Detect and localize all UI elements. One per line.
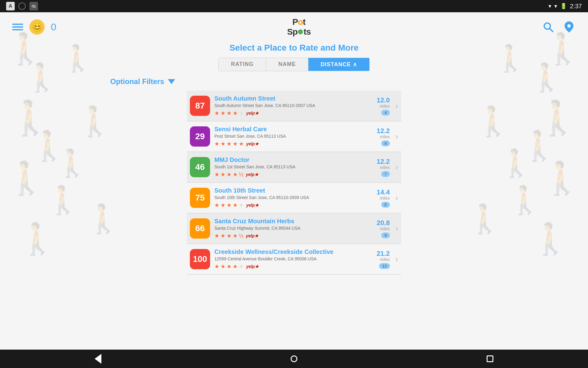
list-item[interactable]: 66 Santa Cruz Mountain Herbs Santa Cruz …	[187, 213, 401, 244]
back-button[interactable]	[90, 351, 106, 366]
yelp-logo: yelp★	[246, 233, 258, 238]
star-full: ★	[221, 263, 225, 270]
main-content: 😊 0 Pot Spts Select a Place to Rate a	[0, 12, 588, 350]
cart-count[interactable]: 0	[51, 21, 56, 33]
page-subtitle: Select a Place to Rate and More	[229, 43, 359, 53]
star-full: ★	[227, 232, 232, 239]
score-badge: 87	[190, 96, 210, 116]
star-full: ★	[221, 202, 225, 209]
tab-name[interactable]: NAME	[266, 58, 308, 71]
list-item[interactable]: 29 Sensi Herbal Care Post Street San Jos…	[187, 121, 401, 152]
battery-icon: 🔋	[560, 3, 567, 10]
yelp-logo: yelp★	[246, 264, 259, 269]
distance-value: 20.8	[377, 219, 390, 227]
list-item[interactable]: 75 South 10th Street South 10th Street S…	[187, 183, 401, 213]
star-full: ★	[221, 232, 225, 239]
recents-icon	[487, 355, 493, 362]
distance-col: 20.8 miles 9	[377, 219, 390, 238]
hamburger-menu[interactable]	[12, 24, 23, 30]
star-empty: ★	[239, 202, 244, 209]
place-info: South Autumn Street South Autumn Street …	[214, 95, 372, 117]
distance-unit: miles	[380, 104, 390, 109]
wifi-icon: ▾	[548, 3, 551, 10]
place-info: Santa Cruz Mountain Herbs Santa Cruz Hig…	[214, 218, 372, 239]
stars-row: ★★★★★ yelp★	[214, 263, 372, 270]
star-full: ★	[221, 140, 225, 147]
review-count: 13	[379, 263, 390, 269]
optional-filters-label: Optional Filters	[110, 77, 164, 86]
stars-row: ★★★★★ yelp★	[214, 140, 372, 147]
star-full: ★	[233, 263, 238, 270]
home-button[interactable]	[286, 351, 302, 366]
nav-left: 😊 0	[12, 19, 56, 35]
list-item[interactable]: 87 South Autumn Street South Autumn Stre…	[187, 91, 401, 121]
a-icon: A	[6, 2, 15, 10]
star-full: ★	[227, 110, 232, 117]
distance-unit: miles	[380, 257, 390, 262]
location-icon	[564, 21, 575, 33]
star-full: ★	[233, 171, 238, 178]
star-half: ½	[239, 171, 243, 178]
status-bar: A 🛍 ▾ ▾ 🔋 2:37	[0, 0, 588, 12]
star-full: ★	[233, 110, 238, 117]
place-name: South Autumn Street	[214, 95, 372, 102]
distance-col: 12.2 miles 8	[377, 127, 390, 146]
chevron-right-icon: ›	[395, 162, 398, 172]
yelp-logo: yelp★	[246, 111, 259, 116]
filters-dropdown-arrow	[168, 79, 175, 84]
list-item[interactable]: 100 Creekside Wellness/Creekside Collect…	[187, 244, 401, 275]
star-half: ½	[239, 233, 243, 239]
svg-point-2	[567, 24, 571, 28]
distance-col: 12.2 miles 7	[377, 158, 390, 177]
chevron-right-icon: ›	[395, 193, 398, 203]
sort-tabs: RATING NAME DISTANCE ∧	[218, 58, 369, 71]
place-name: Santa Cruz Mountain Herbs	[214, 218, 372, 225]
home-icon	[291, 355, 297, 362]
search-icon	[542, 21, 554, 33]
bag-icon: 🛍	[29, 2, 38, 10]
svg-line-1	[549, 28, 553, 32]
star-full: ★	[227, 171, 232, 178]
star-empty: ★	[239, 263, 244, 270]
back-icon	[95, 354, 101, 364]
optional-filters-row[interactable]: Optional Filters	[110, 77, 175, 86]
place-address: South Autumn Street San Jose, CA 95110-2…	[214, 103, 372, 108]
search-button[interactable]	[541, 20, 555, 34]
location-button[interactable]	[562, 20, 576, 34]
review-count: 7	[381, 171, 390, 177]
distance-col: 21.2 miles 13	[377, 250, 390, 269]
distance-unit: miles	[380, 196, 390, 201]
star-full: ★	[227, 202, 232, 209]
recents-button[interactable]	[482, 351, 498, 366]
score-badge: 100	[190, 249, 210, 269]
yelp-logo: yelp★	[246, 203, 259, 208]
chevron-right-icon: ›	[395, 254, 398, 264]
tab-rating[interactable]: RATING	[219, 58, 266, 71]
distance-value: 21.2	[377, 250, 390, 258]
circle-icon	[18, 2, 26, 10]
stars-row: ★★★★★ yelp★	[214, 110, 372, 117]
distance-value: 12.0	[377, 96, 390, 104]
distance-value: 12.2	[377, 158, 390, 166]
hamburger-line-3	[12, 29, 23, 30]
star-full: ★	[233, 140, 238, 147]
user-avatar[interactable]: 😊	[29, 19, 45, 35]
signal-icon: ▾	[554, 3, 557, 10]
tab-distance[interactable]: DISTANCE ∧	[308, 58, 369, 71]
place-name: Creekside Wellness/Creekside Collective	[214, 248, 372, 255]
place-address: Post Street San Jose, CA 95113 USA	[214, 134, 372, 139]
review-count: 4	[381, 110, 390, 116]
score-badge: 66	[190, 218, 210, 239]
score-badge: 46	[190, 157, 210, 177]
star-full: ★	[214, 140, 219, 147]
place-address: Santa Cruz Highway Summit, CA 95044 USA	[214, 226, 372, 231]
distance-col: 12.0 miles 4	[377, 96, 390, 116]
stars-row: ★★★★½ yelp★	[214, 171, 372, 178]
place-name: MMJ Doctor	[214, 156, 372, 163]
star-full: ★	[214, 202, 219, 209]
chevron-right-icon: ›	[395, 101, 398, 111]
place-info: Sensi Herbal Care Post Street San Jose, …	[214, 126, 372, 147]
list-item[interactable]: 46 MMJ Doctor South 1st Street San Jose,…	[187, 152, 401, 183]
place-address: South 10th Street San Jose, CA 95110-293…	[214, 195, 372, 200]
score-badge: 29	[190, 126, 210, 147]
